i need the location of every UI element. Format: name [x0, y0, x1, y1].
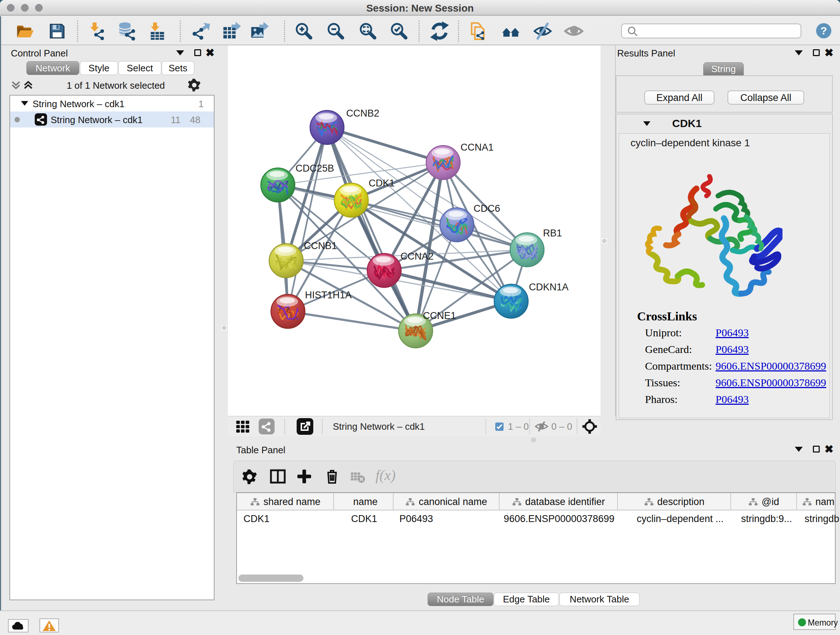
- svg-text:RB1: RB1: [543, 228, 562, 239]
- svg-text:CDC25B: CDC25B: [295, 163, 334, 174]
- svg-text:CCNB1: CCNB1: [304, 241, 337, 251]
- svg-text:CCNE1: CCNE1: [423, 310, 456, 321]
- svg-text:CDK1: CDK1: [369, 178, 395, 188]
- svg-text:CCNB2: CCNB2: [346, 108, 379, 119]
- svg-text:CCNA1: CCNA1: [461, 142, 494, 153]
- svg-text:CCNA2: CCNA2: [401, 251, 434, 262]
- svg-text:CDKN1A: CDKN1A: [529, 282, 569, 293]
- svg-text:CDC6: CDC6: [474, 203, 500, 214]
- svg-text:HIST1H1A: HIST1H1A: [305, 290, 352, 301]
